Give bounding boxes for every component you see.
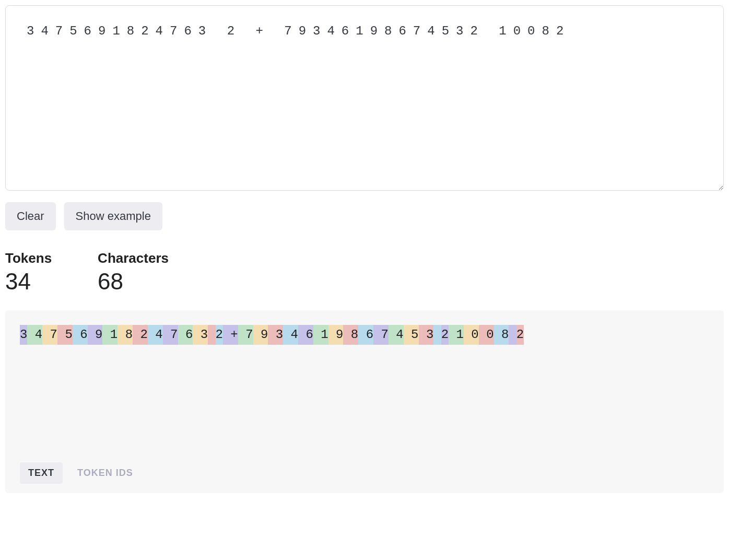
- token: 2: [516, 325, 524, 345]
- token: 2: [133, 325, 148, 345]
- token: 5: [57, 325, 73, 345]
- tab-token-ids[interactable]: TOKEN IDS: [69, 462, 142, 484]
- token: 6: [298, 325, 313, 345]
- tokens-stat: Tokens 34: [5, 250, 52, 295]
- token: 1: [102, 325, 117, 345]
- tokens-display: 3 4 7 5 6 9 1 8 2 4 7 6 3 2 + 7 9 3 4 6 …: [20, 325, 709, 345]
- token: 6: [178, 325, 193, 345]
- token: 1: [449, 325, 464, 345]
- characters-stat: Characters 68: [98, 250, 169, 295]
- token: 4: [27, 325, 42, 345]
- token: 0: [464, 325, 479, 345]
- token: 4: [389, 325, 404, 345]
- clear-button[interactable]: Clear: [5, 202, 56, 230]
- tokens-value: 34: [5, 269, 52, 295]
- show-example-button[interactable]: Show example: [64, 202, 162, 230]
- stats-row: Tokens 34 Characters 68: [5, 250, 724, 295]
- tokens-label: Tokens: [5, 250, 52, 266]
- token: [208, 325, 215, 345]
- characters-value: 68: [98, 269, 169, 295]
- token: 2: [216, 325, 223, 345]
- token: 3: [419, 325, 434, 345]
- token: 9: [328, 325, 344, 345]
- token: 7: [163, 325, 178, 345]
- token: 4: [283, 325, 298, 345]
- token: [433, 325, 441, 345]
- characters-label: Characters: [98, 250, 169, 266]
- token: 7: [238, 325, 253, 345]
- token: +: [223, 325, 238, 345]
- token: 9: [253, 325, 268, 345]
- token: 3: [20, 325, 27, 345]
- token: 5: [404, 325, 419, 345]
- token: 0: [479, 325, 494, 345]
- token: 7: [42, 325, 57, 345]
- button-row: Clear Show example: [5, 202, 724, 230]
- token: [509, 325, 516, 345]
- text-input[interactable]: [5, 5, 724, 191]
- token: 8: [117, 325, 133, 345]
- tabs-row: TEXT TOKEN IDS: [20, 462, 709, 484]
- token: 8: [343, 325, 358, 345]
- token: 6: [73, 325, 88, 345]
- token: 8: [494, 325, 509, 345]
- token: 4: [148, 325, 163, 345]
- token-panel: 3 4 7 5 6 9 1 8 2 4 7 6 3 2 + 7 9 3 4 6 …: [5, 310, 724, 493]
- token: 3: [268, 325, 283, 345]
- token: 9: [88, 325, 103, 345]
- tab-text[interactable]: TEXT: [20, 462, 63, 484]
- token: 1: [313, 325, 328, 345]
- token: 6: [358, 325, 373, 345]
- token: 3: [193, 325, 208, 345]
- input-area: [5, 5, 724, 193]
- token: 7: [373, 325, 389, 345]
- token: 2: [441, 325, 449, 345]
